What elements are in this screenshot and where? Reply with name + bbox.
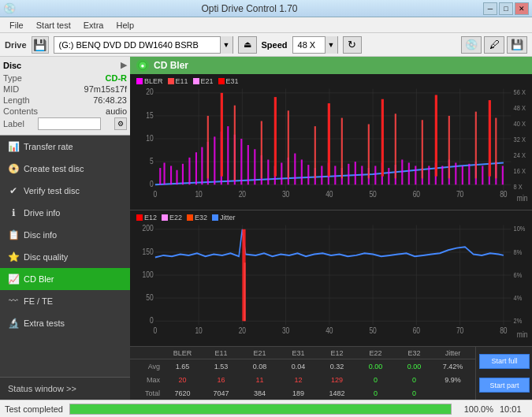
cd-bler-icon: 📈 [8,274,19,285]
speed-dropdown-arrow[interactable]: ▼ [325,36,337,54]
svg-rect-76 [408,162,410,184]
status-text: Test completed [5,404,63,414]
total-e21: 384 [240,389,279,397]
save-button[interactable]: 💾 [507,36,527,54]
svg-text:10: 10 [195,326,202,335]
minimize-button[interactable]: ─ [483,2,497,15]
avg-label: Avg [133,363,163,370]
svg-text:4%: 4% [514,293,523,302]
svg-rect-95 [314,126,316,178]
drive-info-icon: ℹ [8,207,19,218]
speed-label: Speed [262,40,288,50]
sidebar-item-fe-te[interactable]: 〰 FE / TE [0,290,130,312]
svg-text:20: 20 [239,326,246,335]
progress-bar [69,404,452,415]
type-label: Type [3,73,22,83]
menubar: File Start test Extra Help [0,17,532,33]
svg-text:200: 200 [143,224,154,233]
stats-area: BLER E11 E21 E31 E12 E22 E32 Jitter Avg … [130,346,532,400]
bler-color [136,78,143,84]
sidebar-item-transfer-rate[interactable]: 📊 Transfer rate [0,136,130,158]
svg-rect-83 [455,162,456,184]
total-e22: 0 [356,389,395,397]
svg-rect-49 [227,126,229,184]
svg-text:70: 70 [456,189,463,199]
drive-dropdown-arrow[interactable]: ▼ [220,36,233,54]
stats-header-e21: E21 [240,349,279,357]
sidebar-item-cd-bler[interactable]: 📈 CD Bler [0,268,130,290]
label-settings-btn[interactable]: ⚙ [114,117,127,130]
menu-start-test[interactable]: Start test [30,19,77,32]
e22-label: E22 [169,214,182,222]
e22-color [162,214,168,221]
menu-extra[interactable]: Extra [77,19,110,32]
svg-rect-87 [482,166,483,184]
avg-e11: 1.53 [202,363,240,370]
menu-help[interactable]: Help [110,19,140,32]
svg-rect-68 [355,162,356,184]
svg-rect-67 [348,164,349,184]
speed-select[interactable]: 48 X [293,40,325,50]
start-full-button[interactable]: Start full [479,354,530,369]
disc-action-btn1[interactable]: 💿 [461,36,482,54]
svg-rect-51 [240,139,242,184]
max-e12: 129 [318,376,356,384]
svg-rect-85 [468,164,470,184]
chart-header-icon: ● [136,59,149,72]
sidebar-item-label: Drive info [24,208,60,218]
jitter-color [212,214,218,221]
chart-title: CD Bler [154,60,188,71]
disc-quality-icon: ⭐ [8,251,19,262]
sidebar-item-label: FE / TE [24,296,53,306]
svg-text:16 X: 16 X [514,166,526,175]
extra-tests-icon: 🔬 [8,318,19,329]
chart1-legend: BLER E11 E21 E31 [130,76,245,87]
svg-text:0: 0 [150,315,154,325]
disc-action-btn2[interactable]: 🖊 [484,36,504,54]
disc-collapse-arrow[interactable]: ▶ [121,60,127,70]
sidebar-item-disc-info[interactable]: 📋 Disc info [0,224,130,246]
sidebar-item-label: Verify test disc [24,186,80,195]
svg-rect-42 [182,164,184,184]
legend-e31: E31 [218,77,239,85]
e32-label: E32 [195,214,207,222]
max-e22: 0 [356,376,395,384]
svg-rect-98 [395,114,396,178]
close-button[interactable]: ✕ [515,2,529,15]
sidebar-item-disc-quality[interactable]: ⭐ Disc quality [0,246,130,268]
stats-buttons: Start full Start part [475,347,532,400]
svg-rect-44 [195,152,197,184]
sidebar-item-create-test-disc[interactable]: 📀 Create test disc [0,158,130,180]
svg-rect-100 [448,116,450,178]
stats-header-e12: E12 [318,349,356,357]
stats-header-bler: BLER [163,349,202,357]
disc-section-title: Disc [3,61,21,70]
content-area: ● CD Bler BLER E11 E21 [130,57,532,400]
start-part-button[interactable]: Start part [479,378,530,393]
svg-text:0: 0 [154,189,158,199]
sidebar-item-verify-test-disc[interactable]: ✔ Verify test disc [0,180,130,202]
svg-text:70: 70 [456,326,463,335]
sidebar: Disc ▶ Type CD-R MID 97m15s17f Length 76… [0,57,130,400]
svg-rect-96 [341,118,343,179]
e21-label: E21 [201,77,214,85]
maximize-button[interactable]: □ [499,2,513,15]
svg-text:40: 40 [326,326,333,335]
refresh-button[interactable]: ↻ [343,36,362,54]
svg-rect-107 [435,95,437,176]
sidebar-item-label: Disc quality [24,252,68,262]
eject-button[interactable]: ⏏ [238,36,257,54]
total-e11: 7047 [202,389,240,397]
sidebar-item-status-window[interactable]: Status window >> [0,378,130,400]
app-title: Opti Drive Control 1.70 [16,3,483,14]
svg-text:2%: 2% [514,316,523,325]
menu-file[interactable]: File [3,19,30,32]
avg-bler: 1.65 [163,363,202,370]
svg-rect-101 [475,112,477,179]
sidebar-item-drive-info[interactable]: ℹ Drive info [0,202,130,224]
label-input[interactable] [38,117,101,130]
svg-rect-81 [441,166,443,184]
drive-select[interactable]: (G:) BENQ DVD DD DW1640 BSRB [54,40,220,50]
sidebar-item-label: Disc info [24,230,57,240]
sidebar-item-extra-tests[interactable]: 🔬 Extra tests [0,312,130,334]
